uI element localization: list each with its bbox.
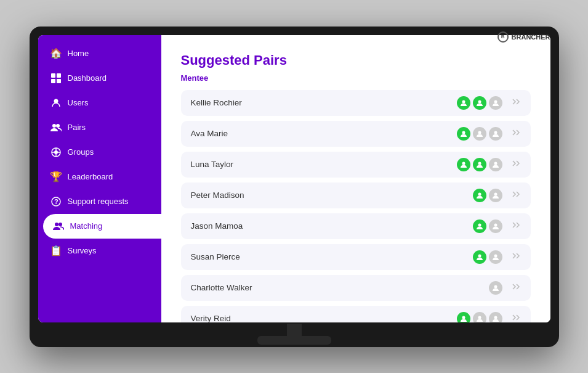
pair-name: Verity Reid: [191, 314, 457, 322]
svg-point-33: [462, 316, 465, 319]
leaderboard-icon: 🏆: [50, 171, 62, 182]
table-row[interactable]: Charlotte Walker: [181, 275, 531, 301]
sidebar-label-users: Users: [68, 98, 89, 107]
sidebar-label-support: Support requests: [68, 197, 129, 206]
svg-point-24: [478, 162, 481, 165]
table-row[interactable]: Ava Marie: [181, 121, 531, 147]
svg-point-34: [478, 316, 481, 319]
sidebar: 🏠 Home Dashboard: [38, 35, 161, 322]
pair-link-icon[interactable]: [511, 282, 521, 294]
table-row[interactable]: Luna Taylor: [181, 152, 531, 178]
stand-neck: [287, 324, 302, 336]
svg-point-32: [494, 285, 497, 288]
table-row[interactable]: Susan Pierce: [181, 244, 531, 270]
avatar-gray: [489, 96, 502, 110]
pair-link-icon[interactable]: [511, 128, 521, 140]
sidebar-label-leaderboard: Leaderboard: [68, 172, 113, 181]
sidebar-label-matching: Matching: [70, 221, 103, 231]
brancher-logo: B BRANCHER: [497, 31, 550, 43]
sidebar-item-leaderboard[interactable]: 🏆 Leaderboard: [38, 165, 161, 189]
svg-point-18: [478, 100, 481, 103]
page-title: Suggested Pairs: [181, 52, 531, 68]
sidebar-item-surveys[interactable]: 📋 Surveys: [38, 239, 161, 263]
sidebar-item-pairs[interactable]: Pairs: [38, 115, 161, 140]
screen-content: 🏠 Home Dashboard: [38, 35, 550, 322]
svg-point-31: [494, 254, 497, 257]
sidebar-label-groups: Groups: [68, 147, 94, 157]
pair-link-icon[interactable]: [511, 313, 521, 322]
monitor-outer: B BRANCHER 🏠 Home Dashboard: [30, 27, 559, 347]
svg-point-5: [52, 124, 56, 128]
avatar-green: [473, 96, 486, 110]
svg-point-22: [494, 131, 497, 134]
pair-name: Susan Pierce: [191, 252, 473, 261]
svg-point-28: [478, 223, 481, 226]
avatar-green: [473, 158, 486, 171]
avatar-green: [473, 219, 486, 233]
table-row[interactable]: Jason Mamoa: [181, 213, 531, 239]
svg-rect-1: [57, 73, 61, 78]
pair-name: Charlotte Walker: [191, 283, 489, 292]
avatar-gray: [489, 189, 502, 202]
avatar-green: [457, 158, 470, 171]
pairs-icon: [50, 122, 62, 133]
avatar-gray: [473, 312, 486, 322]
svg-rect-2: [51, 79, 55, 83]
avatar-green: [457, 96, 470, 110]
table-row[interactable]: Kellie Rochier: [181, 90, 531, 116]
pair-avatars: [457, 127, 502, 141]
svg-point-26: [478, 192, 481, 195]
svg-point-25: [494, 162, 497, 165]
sidebar-item-dashboard[interactable]: Dashboard: [38, 66, 161, 91]
svg-point-21: [478, 131, 481, 134]
sidebar-label-surveys: Surveys: [68, 246, 97, 255]
pair-link-icon[interactable]: [511, 97, 521, 109]
stand-base: [257, 336, 331, 345]
table-row[interactable]: Verity Reid: [181, 306, 531, 322]
svg-point-15: [55, 223, 58, 226]
monitor-stand: [257, 324, 331, 347]
home-icon: 🏠: [50, 48, 62, 59]
pair-avatars: [457, 96, 502, 110]
pair-link-icon[interactable]: [511, 220, 521, 232]
support-icon: ?: [50, 196, 62, 207]
avatar-green: [457, 127, 470, 141]
svg-rect-0: [51, 73, 55, 78]
pair-avatars: [457, 312, 502, 322]
avatar-green: [473, 189, 486, 202]
sidebar-item-groups[interactable]: Groups: [38, 140, 161, 165]
avatar-gray: [489, 219, 502, 233]
matching-icon: [53, 221, 64, 232]
pair-link-icon[interactable]: [511, 158, 521, 171]
pair-name: Peter Madison: [191, 191, 473, 200]
pair-avatars: [457, 158, 502, 171]
dashboard-icon: [50, 73, 62, 84]
avatar-green: [473, 250, 486, 264]
pair-avatars: [473, 219, 502, 233]
sidebar-item-support[interactable]: ? Support requests: [38, 189, 161, 214]
svg-point-19: [494, 100, 497, 103]
svg-point-29: [494, 223, 497, 226]
svg-point-35: [494, 316, 497, 319]
sidebar-label-pairs: Pairs: [68, 123, 86, 132]
svg-point-20: [462, 131, 465, 134]
svg-point-8: [54, 150, 58, 154]
avatar-gray: [489, 312, 502, 322]
brancher-logo-icon: B: [497, 31, 509, 43]
pair-avatars: [473, 250, 502, 264]
sidebar-item-users[interactable]: Users: [38, 91, 161, 115]
sidebar-item-matching[interactable]: Matching: [43, 214, 161, 239]
sidebar-label-dashboard: Dashboard: [68, 73, 107, 83]
sidebar-item-home[interactable]: 🏠 Home: [38, 41, 161, 66]
avatar-gray: [489, 281, 502, 295]
pair-link-icon[interactable]: [511, 189, 521, 202]
svg-point-23: [462, 162, 465, 165]
pairs-list: Kellie Rochier: [181, 90, 531, 322]
avatar-gray: [489, 127, 502, 141]
table-row[interactable]: Peter Madison: [181, 182, 531, 208]
pair-name: Jason Mamoa: [191, 221, 473, 231]
svg-point-30: [478, 254, 481, 257]
pair-link-icon[interactable]: [511, 251, 521, 263]
section-label: Mentee: [181, 73, 531, 83]
svg-text:?: ?: [54, 198, 58, 205]
